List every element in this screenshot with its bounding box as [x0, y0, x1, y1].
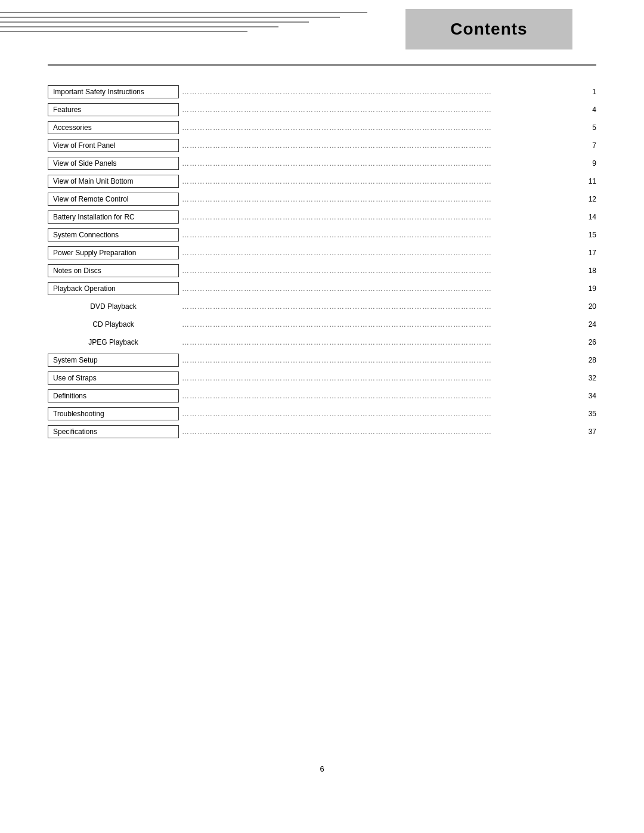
- deco-line-3: [0, 21, 309, 23]
- header-decoration-lines: [0, 12, 386, 54]
- toc-label-box: View of Front Panel: [48, 139, 179, 152]
- toc-dots: …………………………………………………………………………………………………………: [179, 320, 578, 329]
- header: Contents: [0, 0, 644, 66]
- toc-label-box: Power Supply Preparation: [48, 246, 179, 259]
- toc-label-box: Troubleshooting: [48, 407, 179, 420]
- toc-dots: …………………………………………………………………………………………………………: [179, 249, 578, 257]
- toc-page-number: 7: [578, 141, 596, 150]
- page-title: Contents: [435, 20, 543, 39]
- toc-page-number: 9: [578, 159, 596, 168]
- toc-dots: …………………………………………………………………………………………………………: [179, 338, 578, 346]
- toc-dots: …………………………………………………………………………………………………………: [179, 88, 578, 96]
- toc-dots: …………………………………………………………………………………………………………: [179, 123, 578, 132]
- toc-label-indented: CD Playback: [48, 318, 179, 330]
- toc-page-number: 17: [578, 249, 596, 257]
- toc-dots: …………………………………………………………………………………………………………: [179, 159, 578, 168]
- toc-row: Battery Installation for RC……………………………………: [48, 209, 596, 225]
- toc-page-number: 19: [578, 284, 596, 293]
- toc-dots: …………………………………………………………………………………………………………: [179, 392, 578, 400]
- toc-dots: …………………………………………………………………………………………………………: [179, 231, 578, 239]
- toc-page-number: 20: [578, 302, 596, 311]
- toc-label-box: System Connections: [48, 228, 179, 241]
- toc-row: View of Remote Control…………………………………………………: [48, 191, 596, 208]
- page-number: 6: [320, 764, 324, 773]
- toc-row: Specifications………………………………………………………………………: [48, 423, 596, 440]
- toc-page-number: 24: [578, 320, 596, 329]
- toc-page-number: 34: [578, 392, 596, 400]
- toc-row: System Setup……………………………………………………………………………: [48, 352, 596, 368]
- toc-page-number: 26: [578, 338, 596, 346]
- toc-dots: …………………………………………………………………………………………………………: [179, 106, 578, 114]
- toc-dots: …………………………………………………………………………………………………………: [179, 177, 578, 185]
- header-bottom-line: [48, 64, 596, 66]
- toc-page-number: 15: [578, 231, 596, 239]
- toc-page-number: 4: [578, 106, 596, 114]
- toc-label-box: View of Main Unit Bottom: [48, 175, 179, 188]
- toc-page-number: 35: [578, 410, 596, 418]
- toc-row: Definitions………………………………………………………………………………: [48, 388, 596, 404]
- toc-label-indented: JPEG Playback: [48, 336, 179, 348]
- page: Contents Important Safety Instructions………: [0, 0, 644, 833]
- toc-dots: …………………………………………………………………………………………………………: [179, 267, 578, 275]
- toc-page-number: 18: [578, 267, 596, 275]
- toc-row: System Connections……………………………………………………………: [48, 227, 596, 243]
- toc-row: Accessories………………………………………………………………………………: [48, 119, 596, 136]
- toc-label-box: Definitions: [48, 389, 179, 402]
- toc-label-box: Use of Straps: [48, 371, 179, 385]
- toc-label-box: Notes on Discs: [48, 264, 179, 277]
- toc-label-box: View of Remote Control: [48, 193, 179, 206]
- toc-row: View of Front Panel…………………………………………………………: [48, 137, 596, 154]
- toc-row: Important Safety Instructions………………………………: [48, 83, 596, 100]
- toc-table: Important Safety Instructions………………………………: [48, 83, 596, 440]
- toc-label-box: Battery Installation for RC: [48, 210, 179, 224]
- toc-row: JPEG Playback…………………………………………………………………………: [48, 334, 596, 351]
- toc-page-number: 14: [578, 213, 596, 221]
- toc-row: DVD Playback……………………………………………………………………………: [48, 298, 596, 315]
- toc-label-box: Specifications: [48, 425, 179, 438]
- toc-dots: …………………………………………………………………………………………………………: [179, 356, 578, 364]
- deco-line-1: [0, 12, 367, 13]
- toc-label-box: Features: [48, 103, 179, 116]
- toc-dots: …………………………………………………………………………………………………………: [179, 374, 578, 382]
- toc-page-number: 11: [578, 177, 596, 185]
- toc-row: View of Main Unit Bottom……………………………………………: [48, 173, 596, 190]
- deco-line-4: [0, 26, 278, 27]
- toc-page-number: 37: [578, 428, 596, 436]
- toc-page-number: 32: [578, 374, 596, 382]
- toc-page-number: 12: [578, 195, 596, 203]
- toc-row: Power Supply Preparation……………………………………………: [48, 244, 596, 261]
- toc-row: Troubleshooting……………………………………………………………………: [48, 405, 596, 422]
- toc-label-box: Playback Operation: [48, 282, 179, 295]
- toc-dots: …………………………………………………………………………………………………………: [179, 428, 578, 436]
- toc-dots: …………………………………………………………………………………………………………: [179, 195, 578, 203]
- toc-dots: …………………………………………………………………………………………………………: [179, 302, 578, 311]
- toc-dots: …………………………………………………………………………………………………………: [179, 141, 578, 150]
- toc-dots: …………………………………………………………………………………………………………: [179, 213, 578, 221]
- toc-page-number: 5: [578, 123, 596, 132]
- deco-line-2: [0, 17, 340, 18]
- toc-row: Playback Operation……………………………………………………………: [48, 280, 596, 297]
- toc-label-box: System Setup: [48, 354, 179, 367]
- toc-label-box: View of Side Panels: [48, 157, 179, 170]
- toc-label-indented: DVD Playback: [48, 301, 179, 312]
- toc-row: Use of Straps…………………………………………………………………………: [48, 370, 596, 386]
- toc-row: Features………………………………………………………………………………………: [48, 101, 596, 118]
- toc-dots: …………………………………………………………………………………………………………: [179, 410, 578, 418]
- header-title-box: Contents: [405, 9, 572, 49]
- toc-page-number: 28: [578, 356, 596, 364]
- toc-content: Important Safety Instructions………………………………: [0, 83, 644, 440]
- toc-label-box: Important Safety Instructions: [48, 85, 179, 98]
- deco-line-5: [0, 31, 247, 32]
- toc-dots: …………………………………………………………………………………………………………: [179, 284, 578, 293]
- toc-label-box: Accessories: [48, 121, 179, 134]
- toc-row: View of Side Panels…………………………………………………………: [48, 155, 596, 172]
- toc-row: CD Playback………………………………………………………………………………: [48, 316, 596, 333]
- toc-row: Notes on Discs………………………………………………………………………: [48, 262, 596, 279]
- toc-page-number: 1: [578, 88, 596, 96]
